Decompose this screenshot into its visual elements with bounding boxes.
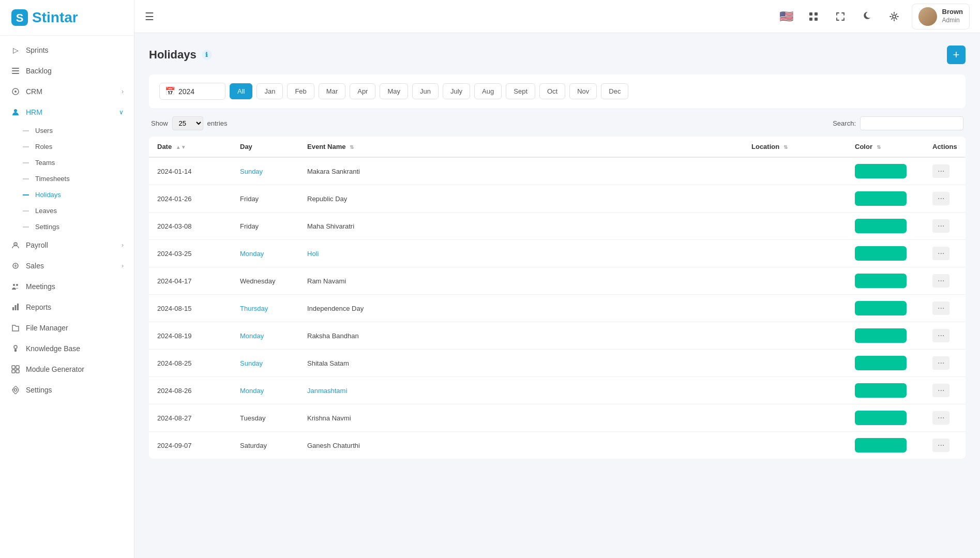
cell-date: 2024-01-14 [149,157,232,185]
fullscreen-icon[interactable] [831,7,850,26]
sidebar-item-hrm[interactable]: HRM ∨ [0,102,134,123]
cell-location [743,157,847,185]
menu-toggle-button[interactable]: ☰ [145,10,154,23]
add-holiday-button[interactable]: + [947,46,966,64]
th-date[interactable]: Date ▲▼ [149,137,232,157]
sidebar-item-label: HRM [26,108,42,116]
month-btn-feb[interactable]: Feb [287,83,314,99]
table-row: 2024-01-26 Friday Republic Day ··· [149,185,966,213]
entries-select[interactable]: 25 50 100 [172,116,203,130]
cell-color [847,350,924,377]
crm-icon [10,86,21,97]
sidebar-item-reports[interactable]: Reports [0,297,134,318]
cell-location [743,432,847,459]
sidebar-item-label: Knowledge Base [26,344,80,353]
th-day[interactable]: Day [232,137,299,157]
th-color[interactable]: Color ⇅ [847,137,924,157]
sidebar-item-file-manager[interactable]: File Manager [0,318,134,338]
sidebar-sub-label: Users [35,127,53,134]
month-btn-apr[interactable]: Apr [350,83,375,99]
month-btn-dec[interactable]: Dec [601,83,628,99]
color-badge [855,328,907,343]
sidebar-item-module-generator[interactable]: Module Generator [0,359,134,380]
table-row: 2024-04-17 Wednesday Ram Navami ··· [149,267,966,295]
actions-menu-button[interactable]: ··· [932,356,949,370]
sidebar-nav: ▷ Sprints Backlog CRM › HRM ∨ Users [0,36,134,558]
month-btn-jul[interactable]: July [443,83,470,99]
sidebar-item-label: Payroll [26,241,48,249]
sidebar-item-knowledge-base[interactable]: Knowledge Base [0,338,134,359]
user-profile[interactable]: Brown Admin [912,4,970,29]
actions-menu-button[interactable]: ··· [932,329,949,342]
cell-day: Wednesday [232,267,299,295]
sidebar-item-teams[interactable]: Teams [0,155,134,171]
th-actions: Actions [924,137,966,157]
sidebar-item-users[interactable]: Users [0,123,134,139]
th-event[interactable]: Event Name ⇅ [299,137,743,157]
cell-color [847,240,924,267]
search-input[interactable] [860,116,963,130]
chevron-icon: › [122,88,124,95]
th-location[interactable]: Location ⇅ [743,137,847,157]
svg-rect-17 [14,349,17,352]
actions-menu-button[interactable]: ··· [932,411,949,425]
username-display: Brown Admin [942,8,963,24]
color-badge [855,164,907,178]
sidebar-item-roles[interactable]: Roles [0,139,134,155]
language-selector[interactable]: 🇺🇸 [777,7,796,26]
cell-color [847,432,924,459]
chevron-icon: › [122,262,124,269]
user-first-name: Brown [942,8,963,17]
sidebar-item-settings-hrm[interactable]: Settings [0,219,134,235]
sidebar-item-label: Module Generator [26,365,84,373]
svg-rect-22 [809,12,812,16]
month-btn-mar[interactable]: Mar [319,83,345,99]
month-btn-oct[interactable]: Oct [539,83,565,99]
sidebar-item-meetings[interactable]: Meetings [0,276,134,297]
month-btn-all[interactable]: All [230,83,252,99]
sidebar-item-label: Reports [26,303,51,311]
cell-date: 2024-08-27 [149,404,232,432]
sidebar-item-payroll[interactable]: Payroll › [0,235,134,255]
sidebar-item-timesheets[interactable]: Timesheets [0,171,134,187]
month-btn-nov[interactable]: Nov [569,83,597,99]
topbar: ☰ 🇺🇸 Brown Admin [134,0,980,33]
meetings-icon [10,281,21,292]
sidebar-item-label: CRM [26,87,42,96]
actions-menu-button[interactable]: ··· [932,384,949,397]
table-row: 2024-08-19 Monday Raksha Bandhan ··· [149,322,966,350]
sidebar-sub-label: Leaves [35,207,57,215]
actions-menu-button[interactable]: ··· [932,219,949,233]
dark-mode-icon[interactable] [858,7,877,26]
svg-rect-15 [17,304,19,310]
info-icon[interactable]: ℹ [202,50,212,60]
sidebar-item-sales[interactable]: Sales › [0,255,134,276]
actions-menu-button[interactable]: ··· [932,247,949,260]
month-btn-jan[interactable]: Jan [257,83,283,99]
sidebar-item-crm[interactable]: CRM › [0,81,134,102]
actions-menu-button[interactable]: ··· [932,192,949,205]
year-picker[interactable]: 📅 [159,83,225,100]
year-input[interactable] [178,87,220,96]
cell-actions: ··· [924,267,966,295]
month-btn-aug[interactable]: Aug [474,83,502,99]
actions-menu-button[interactable]: ··· [932,274,949,288]
svg-point-6 [14,91,17,93]
actions-menu-button[interactable]: ··· [932,439,949,452]
settings-gear-icon[interactable] [885,7,903,26]
sidebar-item-backlog[interactable]: Backlog [0,61,134,81]
sidebar-item-label: Settings [26,386,52,394]
month-btn-jun[interactable]: Jun [412,83,439,99]
month-btn-sep[interactable]: Sept [506,83,535,99]
actions-menu-button[interactable]: ··· [932,164,949,178]
grid-icon[interactable] [804,7,823,26]
color-badge [855,246,907,261]
month-btn-may[interactable]: May [380,83,408,99]
sidebar-item-leaves[interactable]: Leaves [0,203,134,219]
sidebar-item-holidays[interactable]: Holidays [0,187,134,203]
color-badge [855,383,907,398]
sidebar-item-settings[interactable]: Settings [0,380,134,400]
sidebar-item-sprints[interactable]: ▷ Sprints [0,40,134,61]
actions-menu-button[interactable]: ··· [932,301,949,315]
cell-date: 2024-08-25 [149,350,232,377]
